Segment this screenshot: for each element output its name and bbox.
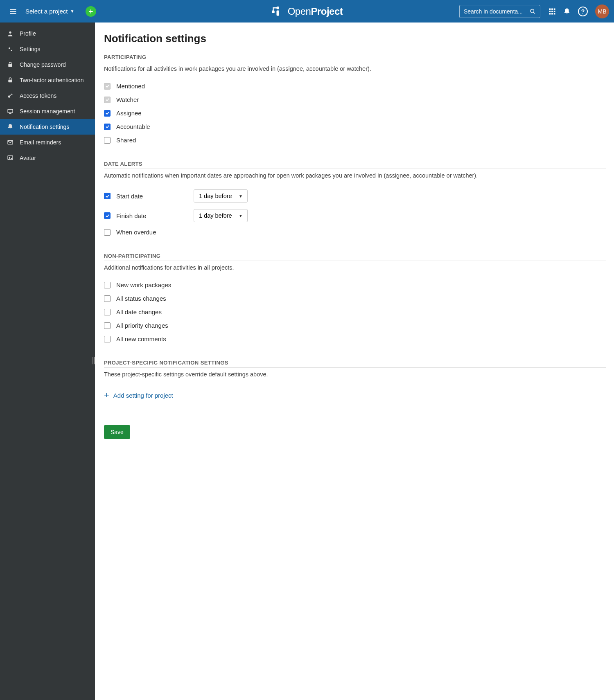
modules-button[interactable] — [549, 8, 556, 15]
sidebar: ProfileSettingsChange passwordTwo-factor… — [0, 23, 95, 700]
svg-point-24 — [8, 95, 10, 97]
check-row-all-new-comments: All new comments — [104, 332, 606, 346]
menu-toggle-button[interactable] — [5, 7, 21, 16]
check-row-all-status-changes: All status changes — [104, 292, 606, 305]
sidebar-item-session-management[interactable]: Session management — [0, 104, 95, 119]
gears-icon — [7, 46, 14, 52]
section-header-project-specific: Project-specific notification settings — [104, 360, 606, 368]
lock-icon — [7, 77, 14, 83]
plus-icon: + — [104, 391, 109, 400]
sidebar-item-label: Notification settings — [20, 124, 69, 130]
bell-icon — [7, 124, 14, 130]
svg-rect-25 — [8, 109, 13, 113]
svg-rect-12 — [554, 8, 555, 10]
sidebar-item-avatar[interactable]: Avatar — [0, 150, 95, 166]
user-avatar[interactable]: MB — [595, 5, 609, 18]
svg-point-8 — [530, 9, 534, 13]
check-row-all-date-changes: All date changes — [104, 305, 606, 319]
check-row-all-priority-changes: All priority changes — [104, 319, 606, 332]
sidebar-item-label: Settings — [20, 46, 41, 52]
project-specific-section: Project-specific notification settings T… — [104, 360, 606, 400]
checkbox[interactable] — [104, 124, 111, 130]
check-label: Accountable — [116, 123, 150, 130]
notifications-button[interactable] — [563, 8, 571, 15]
checkbox[interactable] — [104, 137, 111, 144]
checkbox[interactable] — [104, 282, 111, 288]
caret-down-icon: ▼ — [70, 9, 74, 14]
search-icon — [530, 8, 536, 15]
check-label: Finish date — [116, 212, 146, 219]
sidebar-item-notification-settings[interactable]: Notification settings — [0, 119, 95, 135]
checkbox[interactable] — [104, 295, 111, 302]
project-selector[interactable]: Select a project ▼ — [21, 8, 78, 15]
svg-rect-15 — [554, 11, 555, 12]
sidebar-resize-handle[interactable] — [92, 357, 95, 366]
checkbox[interactable] — [104, 193, 111, 199]
date-alert-select[interactable]: 1 day before — [194, 209, 248, 222]
image-icon — [7, 155, 14, 161]
svg-rect-22 — [8, 64, 12, 67]
search-input[interactable] — [464, 8, 530, 15]
checkbox[interactable] — [104, 336, 111, 342]
sidebar-item-label: Profile — [20, 30, 36, 37]
participating-section: Participating Notifications for all acti… — [104, 54, 606, 147]
svg-rect-10 — [549, 8, 551, 10]
sidebar-item-profile[interactable]: Profile — [0, 26, 95, 41]
grid-icon — [549, 8, 556, 15]
checkbox[interactable] — [104, 322, 111, 329]
sidebar-item-settings[interactable]: Settings — [0, 41, 95, 57]
add-project-setting-link[interactable]: + Add setting for project — [104, 391, 173, 400]
check-row-new-work-packages: New work packages — [104, 278, 606, 292]
check-label: Watcher — [116, 96, 139, 103]
content: Notification settings Participating Noti… — [95, 23, 614, 700]
svg-rect-18 — [554, 13, 555, 14]
plus-icon — [88, 8, 94, 15]
section-desc-date-alerts: Automatic notifications when important d… — [104, 172, 606, 179]
section-header-participating: Participating — [104, 54, 606, 62]
date-alert-select-wrap: 1 day before — [194, 209, 248, 222]
key-icon — [7, 92, 14, 99]
checkbox[interactable] — [104, 309, 111, 315]
project-selector-label: Select a project — [25, 8, 68, 15]
check-label: All new comments — [116, 335, 166, 342]
add-button[interactable] — [86, 6, 96, 17]
layout: ProfileSettingsChange passwordTwo-factor… — [0, 23, 614, 700]
checkbox[interactable] — [104, 229, 111, 236]
check-label: Mentioned — [116, 83, 145, 90]
checkbox — [104, 97, 111, 103]
sidebar-item-email-reminders[interactable]: Email reminders — [0, 135, 95, 150]
sidebar-item-two-factor-authentication[interactable]: Two-factor authentication — [0, 72, 95, 88]
non-participating-section: Non-participating Additional notificatio… — [104, 253, 606, 346]
checkbox[interactable] — [104, 110, 111, 117]
check-label: All date changes — [116, 308, 162, 315]
sidebar-item-label: Session management — [20, 108, 75, 115]
date-alert-select-wrap: 1 day before — [194, 189, 248, 203]
checkbox[interactable] — [104, 212, 111, 219]
topbar: Select a project ▼ OpenProject ? MB — [0, 0, 614, 23]
check-row-mentioned: Mentioned — [104, 79, 606, 93]
sidebar-item-label: Email reminders — [20, 139, 61, 146]
check-label: Start date — [116, 193, 143, 200]
check-row-assignee: Assignee — [104, 106, 606, 120]
brand-logo[interactable]: OpenProject — [271, 6, 343, 17]
lock-icon — [7, 61, 14, 68]
sidebar-item-label: Change password — [20, 61, 66, 68]
help-icon: ? — [578, 7, 588, 16]
section-desc-non-participating: Additional notifications for activities … — [104, 264, 606, 271]
svg-rect-14 — [551, 11, 553, 12]
svg-rect-31 — [94, 357, 95, 365]
sidebar-item-access-tokens[interactable]: Access tokens — [0, 88, 95, 104]
page-title: Notification settings — [104, 32, 606, 45]
session-icon — [7, 108, 14, 115]
svg-rect-17 — [551, 13, 553, 14]
date-alert-select[interactable]: 1 day before — [194, 189, 248, 203]
search-box[interactable] — [459, 5, 540, 18]
svg-rect-30 — [93, 357, 93, 365]
mail-icon — [7, 139, 14, 146]
help-button[interactable]: ? — [578, 7, 588, 16]
check-label: When overdue — [116, 229, 156, 236]
sidebar-item-change-password[interactable]: Change password — [0, 57, 95, 72]
save-button[interactable]: Save — [104, 425, 130, 439]
sidebar-item-label: Access tokens — [20, 92, 56, 99]
section-desc-participating: Notifications for all activities in work… — [104, 65, 606, 72]
